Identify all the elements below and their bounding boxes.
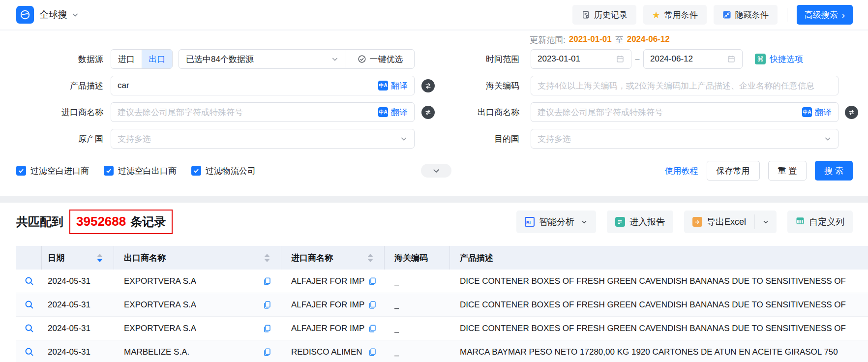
copy-icon[interactable]	[263, 277, 271, 286]
reset-button[interactable]: 重 置	[768, 161, 807, 181]
excel-export-icon	[692, 217, 702, 227]
copy-icon[interactable]	[263, 348, 271, 357]
importer-column-header[interactable]: 进口商名称	[281, 246, 385, 270]
dest-country-placeholder: 支持多选	[538, 133, 824, 145]
bilingual-toggle-button[interactable]	[421, 79, 435, 92]
preview-magnifier-icon[interactable]	[24, 300, 34, 310]
hs-code-cell: _	[394, 300, 399, 310]
swap-icon	[424, 82, 432, 90]
app-logo-icon	[16, 6, 34, 24]
product-desc-input[interactable]: car 中A 翻译	[111, 76, 415, 95]
copy-icon[interactable]	[368, 348, 377, 357]
copy-icon[interactable]	[368, 277, 377, 286]
export-tab[interactable]: 出口	[142, 50, 172, 68]
table-row: 2024-05-31 EXPORTVERA S.A ALFAJER FOR IM…	[16, 270, 868, 293]
export-excel-label: 导出Excel	[707, 216, 746, 228]
importer-name-input[interactable]: 建议去除公司尾部字符或特殊符号 中A 翻译	[111, 102, 415, 122]
export-excel-group: 导出Excel	[684, 211, 777, 233]
bilingual-toggle-button[interactable]	[845, 106, 858, 119]
filter-logistics-checkbox[interactable]: 过滤物流公司	[191, 165, 256, 177]
update-range-to: 至	[615, 34, 624, 46]
translate-label: 翻译	[391, 107, 408, 118]
sort-control[interactable]	[367, 254, 373, 262]
one-click-optimize-button[interactable]: 一键优选	[346, 50, 414, 68]
translate-button[interactable]: 中A 翻译	[378, 107, 408, 118]
check-circle-icon	[358, 55, 366, 63]
bi-chart-icon: BI	[525, 217, 535, 227]
product-desc-cell: DICE CONTENER BOXES OF FRESH GREEN CAVEN…	[460, 300, 846, 310]
export-options-chevron[interactable]	[755, 211, 777, 233]
table-row: 2024-05-31 EXPORTVERA S.A ALFAJER FOR IM…	[16, 293, 868, 317]
hs-code-label: 海关编码	[435, 80, 519, 91]
import-tab[interactable]: 进口	[111, 50, 142, 68]
translate-button[interactable]: 中A 翻译	[378, 80, 408, 91]
filter-blank-importer-checkbox[interactable]: 过滤空白进口商	[16, 165, 89, 177]
dest-country-select[interactable]: 支持多选	[531, 129, 838, 149]
advanced-search-button[interactable]: 高级搜索 ›	[797, 5, 853, 25]
hs-code-column-header: 海关编码	[385, 246, 450, 270]
smart-analysis-button[interactable]: BI 智能分析	[516, 211, 596, 233]
hs-code-cell: _	[394, 276, 399, 286]
start-date-input[interactable]: 2023-01-01	[531, 49, 631, 69]
copy-icon[interactable]	[263, 324, 271, 333]
column-label: 海关编码	[394, 252, 428, 264]
product-desc-cell: MARCA BAYMAR PESO NETO 17280,00 KG 1920 …	[460, 347, 838, 357]
origin-country-select[interactable]: 支持多选	[111, 129, 415, 149]
hs-code-placeholder: 支持4位以上海关编码，或2位海关编码加上产品描述、企业名称的任意信息	[538, 80, 832, 91]
copy-icon[interactable]	[368, 324, 377, 333]
enter-report-button[interactable]: 进入报告	[607, 211, 673, 233]
filter-label: 过滤空白进口商	[30, 165, 89, 177]
sort-control[interactable]	[97, 254, 103, 262]
checkbox-checked-icon	[191, 166, 201, 176]
translate-button[interactable]: 中A 翻译	[802, 107, 832, 118]
product-column-header: 产品描述	[450, 246, 868, 270]
save-favorite-button[interactable]: 保存常用	[707, 161, 760, 181]
checkbox-checked-icon	[16, 166, 26, 176]
importer-cell: ALFAJER FOR IMP	[291, 300, 364, 310]
match-suffix: 条记录	[130, 214, 166, 230]
importer-cell: ALFAJER FOR IMP	[291, 276, 364, 286]
sort-control[interactable]	[264, 254, 270, 262]
filter-blank-exporter-checkbox[interactable]: 过滤空白出口商	[104, 165, 177, 177]
collapse-form-button[interactable]	[421, 164, 451, 178]
preview-column-header	[16, 246, 42, 270]
command-icon: ⌘	[755, 54, 766, 64]
section-divider	[0, 196, 868, 203]
exporter-name-input[interactable]: 建议去除公司尾部字符或特殊符号 中A 翻译	[531, 102, 838, 122]
tutorial-link[interactable]: 使用教程	[665, 165, 698, 177]
exporter-name-label: 出口商名称	[435, 107, 519, 118]
preview-magnifier-icon[interactable]	[24, 347, 34, 357]
exporter-name-placeholder: 建议去除公司尾部字符或特殊符号	[538, 107, 797, 118]
bilingual-toggle-button[interactable]	[421, 106, 435, 119]
copy-icon[interactable]	[368, 301, 377, 309]
chevron-down-icon	[331, 55, 339, 63]
product-desc-label: 产品描述	[16, 80, 103, 91]
custom-columns-button[interactable]: 自定义列	[787, 211, 853, 233]
topbar-divider	[787, 8, 787, 22]
end-date-input[interactable]: 2024-06-12	[643, 49, 743, 69]
date-column-header[interactable]: 日期	[42, 246, 114, 270]
app-switch-chevron-down-icon[interactable]	[71, 11, 79, 19]
favorite-conditions-button[interactable]: ★ 常用条件	[643, 5, 707, 25]
results-table: 日期 出口商名称 进口商名称 海关编码 产品描述 2024-05-31 EXPO…	[16, 246, 868, 362]
data-source-select[interactable]: 已选中84个数据源	[179, 50, 346, 68]
quick-options-button[interactable]: ⌘ 快捷选项	[755, 54, 803, 65]
checkbox-checked-icon	[104, 166, 114, 176]
hide-conditions-button[interactable]: 隐藏条件	[714, 5, 778, 25]
copy-icon[interactable]	[263, 301, 271, 309]
time-range-label: 时间范围	[435, 54, 519, 65]
preview-magnifier-icon[interactable]	[24, 276, 34, 286]
hs-code-cell: _	[394, 347, 399, 357]
export-excel-button[interactable]: 导出Excel	[684, 211, 754, 233]
history-button[interactable]: 历史记录	[572, 5, 636, 25]
smart-analysis-label: 智能分析	[539, 216, 574, 228]
preview-magnifier-icon[interactable]	[24, 323, 34, 333]
history-label: 历史记录	[594, 9, 628, 21]
match-count: 3952688	[76, 214, 126, 229]
table-row: 2024-05-31 EXPORTVERA S.A ALFAJER FOR IM…	[16, 317, 868, 340]
importer-cell: REDISCO ALIMEN	[291, 347, 362, 357]
search-button[interactable]: 搜 索	[815, 161, 853, 181]
swap-icon	[847, 108, 856, 117]
exporter-column-header[interactable]: 出口商名称	[114, 246, 281, 270]
hs-code-input[interactable]: 支持4位以上海关编码，或2位海关编码加上产品描述、企业名称的任意信息	[531, 76, 838, 95]
